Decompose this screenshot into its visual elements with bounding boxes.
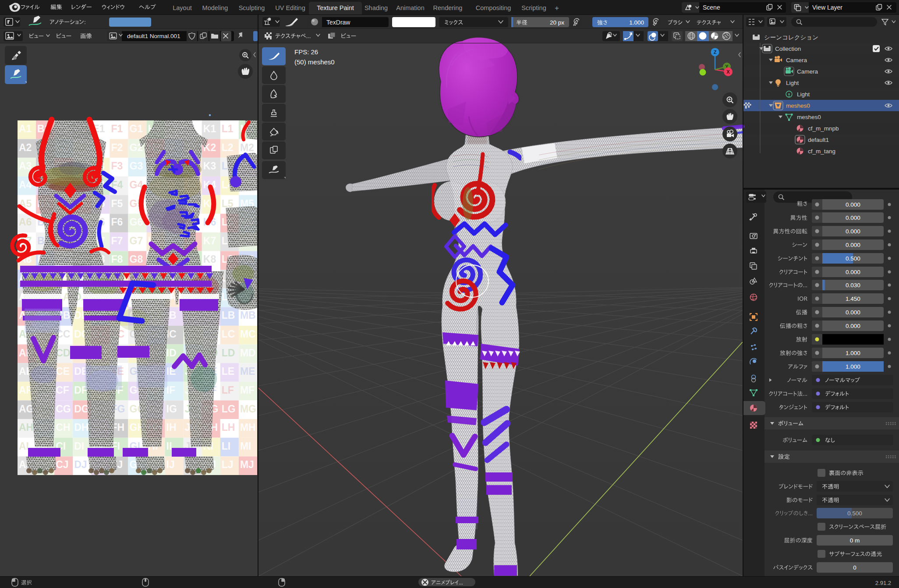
svg-text:+: + [555,4,559,12]
svg-text:CD: CD [56,347,70,359]
svg-text:(50) meshes0: (50) meshes0 [294,58,335,66]
svg-text:View Layer: View Layer [812,4,842,11]
svg-text:Layout: Layout [173,4,192,11]
svg-text:F5: F5 [111,198,123,209]
svg-text:MD: MD [240,347,256,359]
svg-text:F3: F3 [111,160,123,172]
svg-text:0.000: 0.000 [846,323,860,329]
svg-text:MC: MC [240,328,256,340]
svg-text:M2: M2 [240,142,254,153]
svg-text:IJ: IJ [166,459,175,470]
svg-text:K7: K7 [203,235,216,246]
svg-text:Texture Paint: Texture Paint [317,4,354,11]
svg-text:F8: F8 [111,254,123,265]
svg-text:IH: IH [166,422,177,433]
svg-text:A1: A1 [19,123,32,134]
svg-text:A6: A6 [19,216,32,228]
svg-text:MJ: MJ [240,459,254,470]
svg-text:A3: A3 [19,160,32,172]
svg-text:DH: DH [74,422,88,433]
svg-text:CH: CH [56,422,70,433]
svg-text:0: 0 [853,564,857,571]
svg-text:LI: LI [222,440,230,452]
svg-text:F7: F7 [111,235,123,246]
svg-text:default1 Normal.001: default1 Normal.001 [127,33,181,39]
svg-text:TexDraw: TexDraw [326,19,350,26]
svg-text:Rendering: Rendering [433,4,463,11]
svg-text:MH: MH [240,422,256,433]
svg-text:Compositing: Compositing [476,4,511,11]
svg-text:FPS: 26: FPS: 26 [294,48,318,56]
svg-text:Camera: Camera [786,57,807,63]
svg-text:Collection: Collection [775,46,801,52]
svg-text:Scene: Scene [703,4,720,11]
svg-text:K3: K3 [203,160,216,172]
svg-text:G6: G6 [130,216,143,228]
svg-text:default1: default1 [808,137,829,143]
svg-text:LC: LC [222,328,235,340]
svg-text:meshes0: meshes0 [786,102,810,109]
svg-text:MF: MF [240,384,255,396]
svg-text:L1: L1 [222,123,234,134]
svg-text:ID: ID [166,347,177,359]
svg-text:meshes0: meshes0 [797,114,821,120]
svg-text:0.000: 0.000 [846,201,860,208]
svg-text:0.000: 0.000 [846,309,860,316]
svg-text:0.500: 0.500 [847,510,862,517]
svg-text:LJ: LJ [222,459,234,470]
svg-text:Camera: Camera [797,68,818,75]
svg-text:1.000: 1.000 [846,363,860,370]
svg-text:cf_m_mnpb: cf_m_mnpb [808,125,839,132]
svg-text:IG: IG [166,403,177,415]
svg-text:Modeling: Modeling [202,4,228,11]
svg-text:L5: L5 [222,198,234,209]
svg-text:LD: LD [222,347,235,359]
svg-text:IC: IC [166,328,177,340]
svg-text:Scripting: Scripting [521,4,546,11]
svg-text:1.000: 1.000 [846,350,860,356]
svg-text:Shading: Shading [365,4,388,11]
svg-text:0 m: 0 m [850,537,860,544]
svg-text:cf_m_tang: cf_m_tang [808,148,835,155]
svg-text:Light: Light [786,80,799,86]
svg-text:AH: AH [19,422,33,433]
svg-text:MB: MB [240,310,256,321]
svg-text:G7: G7 [130,235,143,246]
svg-text:F2: F2 [111,142,123,153]
svg-text:20 px: 20 px [550,19,564,26]
svg-text:MG: MG [240,403,256,415]
svg-text:G8: G8 [130,254,143,265]
svg-text:CF: CF [56,384,69,396]
svg-text:Sculpting: Sculpting [239,4,265,11]
svg-text:CJ: CJ [56,459,68,470]
svg-text:MI: MI [240,440,251,452]
svg-text:Z: Z [714,49,717,55]
svg-text:K1: K1 [203,123,216,134]
svg-text:Animation: Animation [396,4,424,11]
svg-text:UV Editing: UV Editing [275,4,305,11]
svg-text:2.91.2: 2.91.2 [875,580,891,586]
svg-text:0.030: 0.030 [846,282,860,289]
svg-text:AI: AI [19,440,29,452]
svg-text:Light: Light [797,91,810,98]
svg-text:1.450: 1.450 [846,296,860,302]
svg-text:F6: F6 [111,216,123,228]
svg-text:G4: G4 [130,179,143,190]
svg-text:L2: L2 [222,142,234,153]
svg-text:シーンコレクション: シーンコレクション [764,34,818,41]
svg-text:0.000: 0.000 [846,228,860,235]
svg-text:A2: A2 [19,142,32,153]
svg-text:IF: IF [166,384,175,396]
svg-text:LE: LE [222,366,234,377]
svg-text:CE: CE [56,366,70,377]
svg-text:X: X [726,69,730,74]
svg-text:LH: LH [222,422,235,433]
svg-text:0.000: 0.000 [846,215,860,221]
svg-text:DI: DI [74,440,84,452]
svg-text:1.000: 1.000 [629,19,644,26]
svg-text:DJ: DJ [74,459,87,470]
svg-text:ME: ME [240,366,255,377]
svg-text:0.000: 0.000 [846,269,860,275]
svg-text:LG: LG [222,403,236,415]
svg-text:F1: F1 [111,123,123,134]
